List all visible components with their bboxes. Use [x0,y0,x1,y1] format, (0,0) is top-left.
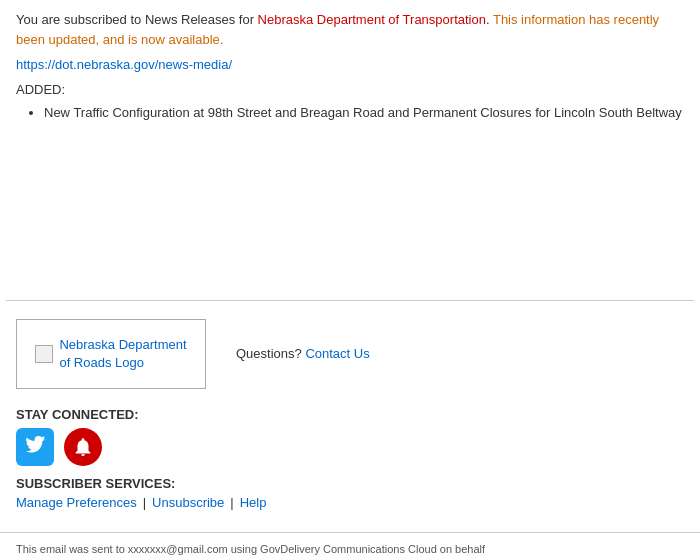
twitter-icon[interactable] [16,428,54,466]
logo-box: Nebraska Department of Roads Logo [16,319,206,389]
added-items-list: New Traffic Configuration at 98th Street… [44,103,684,124]
list-item: New Traffic Configuration at 98th Street… [44,103,684,124]
notification-icon[interactable] [64,428,102,466]
logo-text: Nebraska Department of Roads Logo [59,336,186,372]
contact-us-link[interactable]: Contact Us [305,346,369,361]
social-icons-row [16,428,684,466]
separator-1: | [143,495,146,510]
subscriber-links-row: Manage Preferences | Unsubscribe | Help [16,495,684,510]
bottom-bar-disclaimer: This email was sent to xxxxxxx@gmail.com… [16,541,496,556]
org-name-red: Nebraska Department of Transportation [258,12,486,27]
broken-image-icon [35,345,53,363]
spacer [16,124,684,284]
footer-section: Nebraska Department of Roads Logo Questi… [0,301,700,520]
separator-2: | [230,495,233,510]
intro-period: . [486,12,493,27]
manage-preferences-link[interactable]: Manage Preferences [16,495,137,510]
dot-link[interactable]: https://dot.nebraska.gov/news-media/ [16,57,684,72]
subscriber-services-label: SUBSCRIBER SERVICES: [16,476,684,491]
stay-connected-label: STAY CONNECTED: [16,407,684,422]
intro-text-before: You are subscribed to News Releases for [16,12,258,27]
bottom-bar: This email was sent to xxxxxxx@gmail.com… [0,532,700,556]
questions-prefix: Questions? [236,346,302,361]
intro-paragraph: You are subscribed to News Releases for … [16,10,684,49]
footer-top: Nebraska Department of Roads Logo Questi… [16,311,684,397]
questions-area: Questions? Contact Us [236,346,370,361]
help-link[interactable]: Help [240,495,267,510]
unsubscribe-link[interactable]: Unsubscribe [152,495,224,510]
added-label: ADDED: [16,82,684,97]
main-content: You are subscribed to News Releases for … [0,0,700,300]
